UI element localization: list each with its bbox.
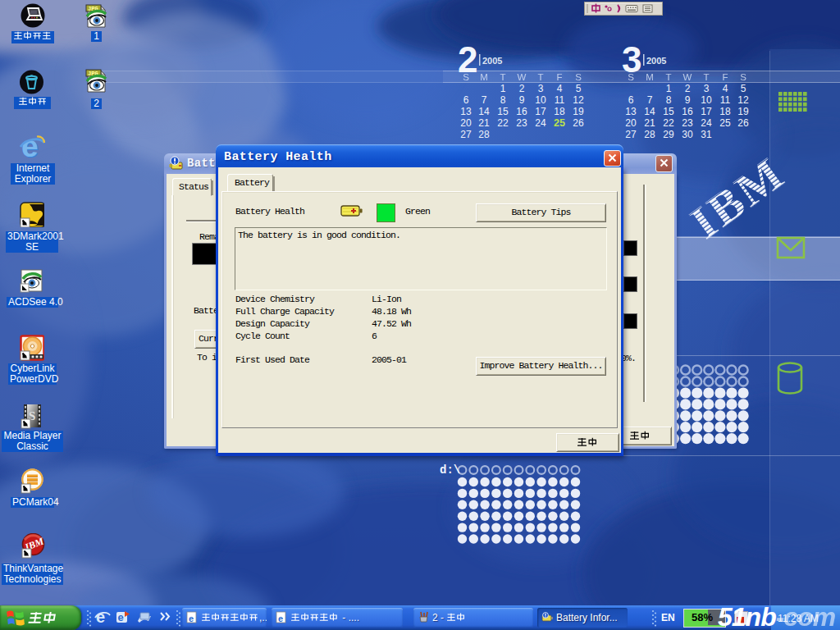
- svg-text:S: S: [463, 72, 469, 82]
- svg-text:20: 20: [625, 117, 637, 129]
- svg-text:28: 28: [478, 129, 490, 140]
- svg-text:8: 8: [666, 94, 672, 106]
- svg-text:27: 27: [625, 129, 637, 140]
- svg-text:2: 2: [685, 83, 691, 94]
- svg-text:e: e: [189, 614, 194, 623]
- svg-text:23: 23: [516, 117, 527, 129]
- svg-text:16: 16: [516, 106, 527, 117]
- svg-text:4: 4: [557, 83, 563, 94]
- svg-text:14: 14: [644, 106, 655, 117]
- svg-text:13: 13: [625, 106, 637, 117]
- svg-text:T: T: [537, 72, 543, 82]
- svg-text:T: T: [703, 72, 709, 82]
- svg-text:F: F: [722, 72, 728, 82]
- svg-text:15: 15: [497, 106, 509, 117]
- svg-text:22: 22: [497, 117, 509, 129]
- svg-text:5: 5: [741, 83, 746, 94]
- svg-text:21: 21: [478, 117, 490, 129]
- svg-text:1: 1: [666, 83, 672, 94]
- svg-text:W: W: [683, 72, 692, 82]
- svg-text:2005: 2005: [482, 56, 502, 66]
- svg-text:11: 11: [720, 94, 731, 106]
- svg-text:24: 24: [535, 117, 546, 129]
- svg-text:12: 12: [737, 94, 749, 106]
- svg-text:19: 19: [737, 106, 749, 117]
- svg-text:25: 25: [719, 117, 731, 129]
- svg-text:5: 5: [576, 83, 582, 94]
- svg-text:30: 30: [682, 129, 693, 140]
- svg-text:T: T: [500, 72, 505, 82]
- svg-text:9: 9: [519, 94, 525, 106]
- svg-text:8: 8: [500, 94, 506, 106]
- svg-text:9: 9: [685, 94, 691, 106]
- svg-text:6: 6: [628, 94, 634, 106]
- svg-text:17: 17: [535, 106, 546, 117]
- svg-text:T: T: [665, 72, 671, 82]
- svg-text:26: 26: [573, 117, 584, 129]
- svg-text:12: 12: [573, 94, 584, 106]
- svg-text:4: 4: [723, 83, 728, 94]
- svg-text:e: e: [21, 133, 39, 159]
- svg-text:11: 11: [555, 94, 565, 106]
- svg-text:2005: 2005: [646, 56, 666, 66]
- svg-text:7: 7: [647, 94, 653, 106]
- svg-text:2: 2: [519, 83, 525, 94]
- svg-text:W: W: [518, 72, 527, 82]
- svg-text:28: 28: [644, 129, 655, 140]
- svg-text:14: 14: [478, 106, 490, 117]
- svg-text:6: 6: [463, 94, 469, 106]
- svg-text:d:\: d:\: [440, 463, 460, 477]
- svg-text:S: S: [740, 72, 746, 82]
- svg-text:18: 18: [719, 106, 731, 117]
- svg-text:18: 18: [554, 106, 565, 117]
- svg-text:22: 22: [663, 117, 674, 129]
- svg-text:21: 21: [644, 117, 655, 129]
- svg-text:19: 19: [573, 106, 584, 117]
- svg-text:24: 24: [701, 117, 712, 129]
- svg-text:e: e: [118, 611, 124, 623]
- svg-text:25: 25: [554, 117, 565, 129]
- svg-text:e: e: [278, 614, 283, 623]
- svg-text:7: 7: [482, 94, 487, 106]
- svg-text:17: 17: [701, 106, 712, 117]
- svg-text:15: 15: [663, 106, 674, 117]
- svg-text:29: 29: [663, 129, 674, 140]
- svg-text:23: 23: [682, 117, 693, 129]
- svg-text:26: 26: [737, 117, 749, 129]
- svg-text:1: 1: [500, 83, 506, 94]
- svg-text:27: 27: [460, 129, 472, 140]
- svg-text:3: 3: [704, 83, 710, 94]
- svg-text:e: e: [96, 608, 105, 626]
- svg-text:M: M: [480, 72, 488, 82]
- svg-text:F: F: [556, 72, 562, 82]
- svg-text:S: S: [575, 72, 582, 82]
- svg-text:13: 13: [460, 106, 472, 117]
- svg-text:M: M: [646, 72, 654, 82]
- svg-text:20: 20: [460, 117, 472, 129]
- svg-text:10: 10: [701, 94, 712, 106]
- svg-text:31: 31: [701, 129, 712, 140]
- svg-text:S: S: [628, 72, 634, 82]
- svg-text:3: 3: [538, 83, 544, 94]
- svg-text:10: 10: [535, 94, 546, 106]
- svg-text:16: 16: [682, 106, 693, 117]
